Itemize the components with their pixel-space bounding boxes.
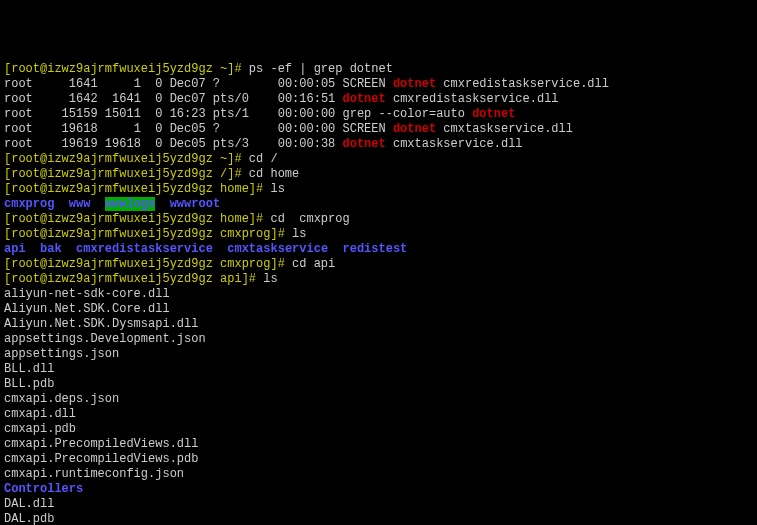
- file-item: appsettings.Development.json: [4, 332, 753, 347]
- terminal-output[interactable]: [root@izwz9ajrmfwuxeij5yzd9gz ~]# ps -ef…: [4, 62, 753, 525]
- command-text: cd home: [249, 167, 299, 181]
- ps-row: root 1641 1 0 Dec07 ? 00:00:05 SCREEN do…: [4, 77, 753, 92]
- file-item: aliyun-net-sdk-core.dll: [4, 287, 753, 302]
- ps-row: root 1642 1641 0 Dec07 pts/0 00:16:51 do…: [4, 92, 753, 107]
- shell-prompt: [root@izwz9ajrmfwuxeij5yzd9gz ~]#: [4, 62, 249, 76]
- dir-item: wwwroot: [170, 197, 220, 211]
- shell-prompt: [root@izwz9ajrmfwuxeij5yzd9gz ~]#: [4, 152, 249, 166]
- file-item: DAL.pdb: [4, 512, 753, 525]
- cmd-line: [root@izwz9ajrmfwuxeij5yzd9gz home]# cd …: [4, 212, 753, 227]
- file-item: cmxapi.PrecompiledViews.dll: [4, 437, 753, 452]
- cmd-line: [root@izwz9ajrmfwuxeij5yzd9gz /]# cd hom…: [4, 167, 753, 182]
- cmd-line: [root@izwz9ajrmfwuxeij5yzd9gz api]# ls: [4, 272, 753, 287]
- grep-match: dotnet: [343, 137, 386, 151]
- shell-prompt: [root@izwz9ajrmfwuxeij5yzd9gz api]#: [4, 272, 263, 286]
- file-item: BLL.dll: [4, 362, 753, 377]
- file-item: Aliyun.Net.SDK.Dysmsapi.dll: [4, 317, 753, 332]
- ps-row: root 19619 19618 0 Dec05 pts/3 00:00:38 …: [4, 137, 753, 152]
- command-text: cd /: [249, 152, 278, 166]
- grep-match: dotnet: [472, 107, 515, 121]
- dir-item: cmxredistaskservice: [76, 242, 213, 256]
- shell-prompt: [root@izwz9ajrmfwuxeij5yzd9gz /]#: [4, 167, 249, 181]
- cmd-line: [root@izwz9ajrmfwuxeij5yzd9gz cmxprog]# …: [4, 257, 753, 272]
- dir-item: redistest: [343, 242, 408, 256]
- dir-item: cmxtaskservice: [227, 242, 328, 256]
- file-item: appsettings.json: [4, 347, 753, 362]
- command-text: ls: [292, 227, 306, 241]
- dir-item: bak: [40, 242, 62, 256]
- cmd-line: [root@izwz9ajrmfwuxeij5yzd9gz home]# ls: [4, 182, 753, 197]
- shell-prompt: [root@izwz9ajrmfwuxeij5yzd9gz home]#: [4, 182, 270, 196]
- command-text: ls: [263, 272, 277, 286]
- ps-row: root 19618 1 0 Dec05 ? 00:00:00 SCREEN d…: [4, 122, 753, 137]
- file-item: cmxapi.PrecompiledViews.pdb: [4, 452, 753, 467]
- file-item: cmxapi.deps.json: [4, 392, 753, 407]
- ps-row: root 15159 15011 0 16:23 pts/1 00:00:00 …: [4, 107, 753, 122]
- command-text: ps -ef | grep dotnet: [249, 62, 393, 76]
- file-item: DAL.dll: [4, 497, 753, 512]
- cmd-line: [root@izwz9ajrmfwuxeij5yzd9gz ~]# ps -ef…: [4, 62, 753, 77]
- cmd-line: [root@izwz9ajrmfwuxeij5yzd9gz ~]# cd /: [4, 152, 753, 167]
- file-item: BLL.pdb: [4, 377, 753, 392]
- grep-match: dotnet: [343, 92, 386, 106]
- grep-match: dotnet: [393, 77, 436, 91]
- shell-prompt: [root@izwz9ajrmfwuxeij5yzd9gz cmxprog]#: [4, 257, 292, 271]
- command-text: cd cmxprog: [270, 212, 349, 226]
- dir-item: www: [69, 197, 91, 211]
- shell-prompt: [root@izwz9ajrmfwuxeij5yzd9gz home]#: [4, 212, 270, 226]
- dir-item: Controllers: [4, 482, 753, 497]
- shell-prompt: [root@izwz9ajrmfwuxeij5yzd9gz cmxprog]#: [4, 227, 292, 241]
- dir-item: api: [4, 242, 26, 256]
- ls-output: cmxprog www wwwlogs wwwroot: [4, 197, 753, 212]
- command-text: ls: [270, 182, 284, 196]
- dir-item: cmxprog: [4, 197, 54, 211]
- cmd-line: [root@izwz9ajrmfwuxeij5yzd9gz cmxprog]# …: [4, 227, 753, 242]
- ls-output: api bak cmxredistaskservice cmxtaskservi…: [4, 242, 753, 257]
- dir-item-highlighted: wwwlogs: [105, 197, 155, 211]
- command-text: cd api: [292, 257, 335, 271]
- file-item: cmxapi.dll: [4, 407, 753, 422]
- file-item: cmxapi.pdb: [4, 422, 753, 437]
- file-item: cmxapi.runtimeconfig.json: [4, 467, 753, 482]
- file-item: Aliyun.Net.SDK.Core.dll: [4, 302, 753, 317]
- grep-match: dotnet: [393, 122, 436, 136]
